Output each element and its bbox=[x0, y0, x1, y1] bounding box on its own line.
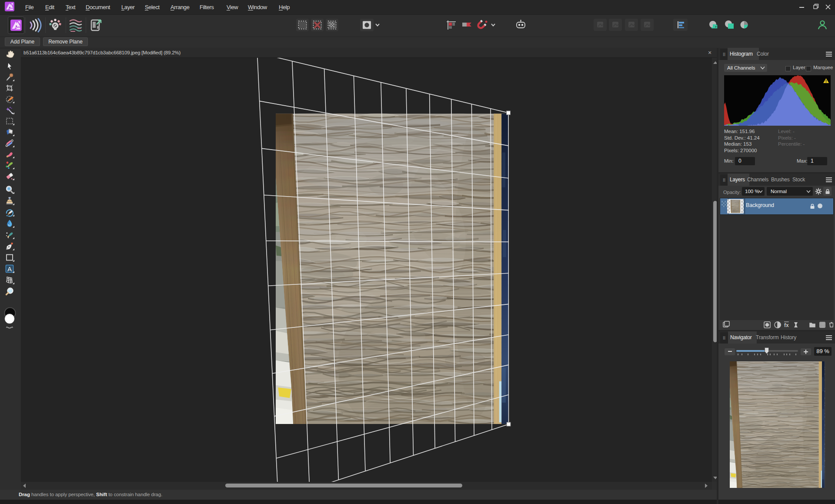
svg-text:fx: fx bbox=[784, 322, 789, 328]
svg-text:A: A bbox=[7, 265, 12, 273]
